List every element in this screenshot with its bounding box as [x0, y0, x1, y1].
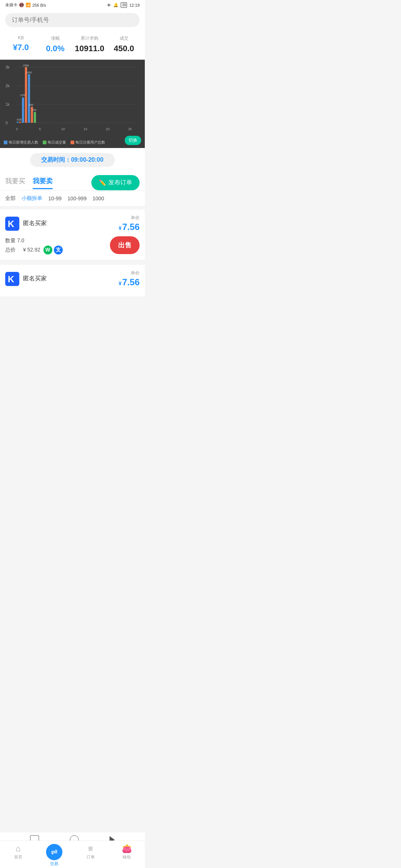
- network-speed: 256 B/s: [32, 3, 46, 7]
- svg-rect-20: [25, 67, 27, 123]
- svg-text:K: K: [8, 274, 14, 284]
- svg-text:1600: 1600: [26, 71, 32, 74]
- alarm-icon: 🔔: [113, 3, 118, 7]
- svg-text:2306: 2306: [23, 64, 29, 67]
- price-number-1: 7.56: [122, 222, 140, 232]
- k-logo-1: K: [5, 217, 19, 231]
- order-user-1: K 匿名买家: [5, 217, 47, 231]
- quantity-value-1: 7.0: [17, 237, 24, 243]
- chart-legend: 每日新增交易人数 每日成交量 每日注册用户总数: [0, 138, 145, 148]
- wechat-icon-1: W: [43, 246, 52, 254]
- search-section: [0, 9, 145, 32]
- svg-text:2k: 2k: [6, 84, 10, 88]
- svg-text:450: 450: [32, 109, 36, 111]
- svg-text:0: 0: [6, 121, 8, 125]
- total-label-1: 总价: [5, 245, 16, 254]
- svg-text:5: 5: [39, 127, 41, 131]
- pay-icons-1: W 支: [43, 246, 63, 254]
- svg-rect-16: [19, 122, 21, 123]
- order-username-2: 匿名买家: [23, 275, 47, 283]
- order-details-1: 数量 7.0 总价 ¥ 52.92 W 支 出售: [5, 236, 140, 254]
- svg-rect-22: [28, 74, 30, 123]
- trade-time-value: 09:00-20:00: [71, 157, 103, 163]
- k-logo-2: K: [5, 272, 19, 286]
- publish-label: 发布订单: [108, 179, 132, 187]
- stat-demand-value: 10911.0: [72, 44, 107, 53]
- svg-text:3k: 3k: [6, 65, 10, 69]
- price-number-2: 7.56: [122, 277, 140, 287]
- chart-section: 3k 2k 1k 0 0 5 10 15 20 25 41 40: [0, 60, 145, 148]
- tab-buy[interactable]: 我要买: [5, 177, 25, 189]
- order-user-2: K 匿名买家: [5, 272, 47, 286]
- order-info-1: 数量 7.0 总价 ¥ 52.92 W 支: [5, 236, 63, 254]
- svg-rect-14: [17, 122, 19, 123]
- filter-100-999[interactable]: 100-999: [68, 195, 87, 201]
- filter-1000[interactable]: 1000: [92, 195, 104, 201]
- legend-daily-users: 每日注册用户总数: [71, 140, 105, 145]
- filter-section: 全部 小额拆单 10-99 100-999 1000: [0, 191, 145, 207]
- svg-text:25: 25: [128, 127, 132, 131]
- stat-demand: 累计求购 10911.0: [72, 35, 107, 53]
- currency-2: ¥: [118, 280, 121, 286]
- legend-label-deals: 每日成交量: [48, 140, 66, 145]
- battery-level: 38: [122, 3, 126, 7]
- legend-daily-deals: 每日成交量: [43, 140, 66, 145]
- quantity-row-1: 数量 7.0: [5, 236, 63, 245]
- publish-order-button[interactable]: ✏️ 发布订单: [91, 175, 140, 190]
- alipay-icon-1: 支: [54, 246, 63, 254]
- order-card-1: K 匿名买家 单价 ¥7.56 数量 7.0 总价 ¥ 52.92 W: [0, 210, 145, 262]
- svg-text:1k: 1k: [6, 102, 10, 106]
- quantity-label-1: 数量: [5, 237, 16, 243]
- wifi-icon: 📶: [26, 3, 31, 7]
- chart-switch-button[interactable]: 切换: [125, 136, 141, 145]
- stat-kb-label: KB: [4, 35, 38, 40]
- order-card-2: K 匿名买家 单价 ¥7.56: [0, 265, 145, 299]
- svg-rect-18: [22, 98, 24, 123]
- svg-text:K: K: [8, 219, 14, 229]
- status-left: 未插卡 📵 📶 256 B/s: [5, 2, 46, 8]
- stat-demand-label: 累计求购: [72, 35, 107, 42]
- stat-deal-value: 450.0: [107, 44, 141, 53]
- order-header-2: K 匿名买家 单价 ¥7.56: [5, 270, 140, 287]
- stat-change-label: 涨幅: [38, 35, 73, 42]
- svg-text:40: 40: [19, 118, 22, 121]
- legend-daily-traders: 每日新增交易人数: [4, 140, 38, 145]
- time-display: 12:19: [129, 3, 140, 7]
- filter-small[interactable]: 小额拆单: [22, 195, 42, 202]
- sell-button-1[interactable]: 出售: [110, 236, 140, 254]
- trade-time-label: 交易时间：: [41, 157, 71, 163]
- status-bar: 未插卡 📵 📶 256 B/s 👁 🔔 38 12:19: [0, 0, 145, 9]
- no-sim-label: 未插卡: [5, 2, 17, 8]
- sim-icon: 📵: [19, 3, 24, 7]
- stat-kb-value: ¥7.0: [4, 43, 38, 52]
- stats-section: KB ¥7.0 涨幅 0.0% 累计求购 10911.0 成交 450.0: [0, 32, 145, 60]
- price-label-2: 单价: [118, 270, 140, 276]
- eye-icon: 👁: [107, 3, 111, 7]
- legend-dot-blue: [4, 141, 7, 144]
- legend-label-traders: 每日新增交易人数: [9, 140, 38, 145]
- price-value-1: ¥7.56: [118, 222, 140, 232]
- stat-change: 涨幅 0.0%: [38, 35, 73, 53]
- legend-label-users: 每日注册用户总数: [75, 140, 105, 145]
- legend-dot-orange: [71, 141, 74, 144]
- tab-section: 我要买 我要卖 ✏️ 发布订单: [0, 171, 145, 191]
- price-label-1: 单价: [118, 215, 140, 221]
- svg-text:10: 10: [61, 127, 65, 131]
- filter-10-99[interactable]: 10-99: [48, 195, 62, 201]
- chart-svg: 3k 2k 1k 0 0 5 10 15 20 25 41 40: [3, 63, 142, 138]
- svg-text:646: 646: [29, 103, 33, 106]
- svg-text:15: 15: [84, 127, 87, 131]
- filter-all[interactable]: 全部: [5, 195, 16, 202]
- price-value-2: ¥7.56: [118, 277, 140, 287]
- total-row-1: 总价 ¥ 52.92 W 支: [5, 245, 63, 254]
- order-username-1: 匿名买家: [23, 220, 47, 227]
- stat-deal-label: 成交: [107, 35, 141, 42]
- chart-canvas: 3k 2k 1k 0 0 5 10 15 20 25 41 40: [0, 63, 145, 138]
- trade-time-section: 交易时间：09:00-20:00: [0, 148, 145, 171]
- stat-deal: 成交 450.0: [107, 35, 141, 53]
- stat-change-value: 0.0%: [38, 44, 73, 53]
- search-input[interactable]: [5, 13, 140, 27]
- trade-time-box: 交易时间：09:00-20:00: [30, 153, 114, 167]
- total-value-1: ¥ 52.92: [23, 245, 40, 254]
- tab-sell[interactable]: 我要卖: [33, 177, 53, 189]
